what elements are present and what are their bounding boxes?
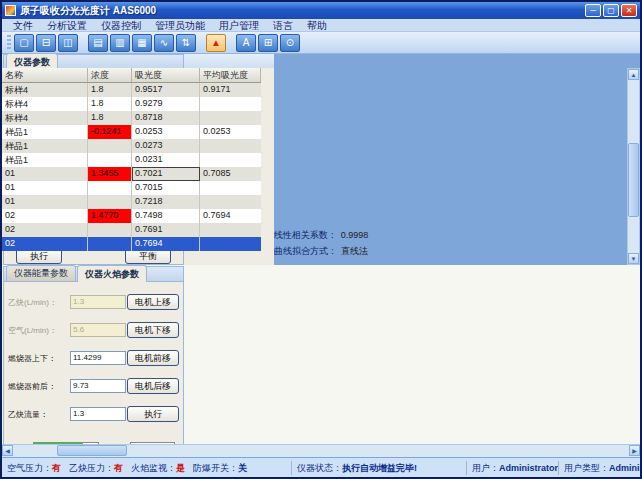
table-cell-abs[interactable]: 0.0253: [132, 125, 200, 139]
lamp-setup-button[interactable]: ▤: [88, 34, 108, 52]
monochromator-button[interactable]: ▦: [132, 34, 152, 52]
motor-down-button[interactable]: 电机下移: [127, 322, 179, 338]
table-row[interactable]: 021.47700.74980.7694: [2, 209, 261, 223]
table-row[interactable]: 样品1-0.12410.02530.0253: [2, 125, 261, 139]
table-cell-abs[interactable]: 0.7498: [132, 209, 200, 223]
column-header-concentration[interactable]: 浓度: [88, 68, 132, 82]
save-icon: ◫: [63, 37, 72, 48]
tab-flame-params[interactable]: 仪器火焰参数: [77, 265, 147, 282]
table-cell-abs[interactable]: 0.7015: [132, 181, 200, 195]
table-cell-avg[interactable]: [200, 111, 261, 125]
table-cell-conc[interactable]: [88, 139, 132, 153]
burner-fb-input[interactable]: 9.73: [70, 379, 126, 393]
table-row[interactable]: 标样41.80.8718: [2, 111, 261, 125]
table-row[interactable]: 样品10.0273: [2, 139, 261, 153]
burner-ud-input[interactable]: 11.4299: [70, 351, 126, 365]
menu-item-1[interactable]: 分析设置: [40, 19, 94, 32]
table-cell-name[interactable]: 标样4: [2, 111, 88, 125]
menu-item-2[interactable]: 仪器控制: [94, 19, 148, 32]
table-cell-avg[interactable]: [200, 195, 261, 209]
auto-gain-button[interactable]: ⇅: [176, 34, 196, 52]
flame-ignite-button[interactable]: ▲: [206, 34, 226, 52]
table-cell-name[interactable]: 标样4: [2, 83, 88, 97]
column-header-name[interactable]: 名称: [2, 68, 88, 82]
table-cell-avg[interactable]: [200, 97, 261, 111]
power-button[interactable]: ⊙: [280, 34, 300, 52]
table-cell-abs[interactable]: 0.8718: [132, 111, 200, 125]
acetylene-flow-input[interactable]: 1.3: [70, 407, 126, 421]
close-button[interactable]: ✕: [621, 4, 637, 17]
table-cell-abs[interactable]: 0.0231: [132, 153, 200, 167]
air-input[interactable]: 5.6: [70, 323, 126, 337]
table-cell-name[interactable]: 样品1: [2, 139, 88, 153]
menu-item-4[interactable]: 用户管理: [212, 19, 266, 32]
table-cell-avg[interactable]: 0.0253: [200, 125, 261, 139]
table-row[interactable]: 标样41.80.9279: [2, 97, 261, 111]
acetylene-label: 乙炔(L/min)：: [8, 297, 70, 308]
table-row[interactable]: 样品10.0231: [2, 153, 261, 167]
table-cell-avg[interactable]: 0.7085: [200, 167, 261, 181]
menu-item-0[interactable]: 文件: [6, 19, 40, 32]
table-cell-abs[interactable]: 0.9517: [132, 83, 200, 97]
table-cell-conc[interactable]: 1.3455: [88, 167, 132, 181]
align-tool-button[interactable]: A: [236, 34, 256, 52]
table-cell-conc[interactable]: 1.8: [88, 97, 132, 111]
table-cell-name[interactable]: 02: [2, 209, 88, 223]
table-cell-avg[interactable]: 0.7694: [200, 209, 261, 223]
column-header-avg-absorbance[interactable]: 平均吸光度: [200, 68, 261, 82]
table-cell-conc[interactable]: [88, 181, 132, 195]
flame-execute-button[interactable]: 执行: [127, 406, 179, 422]
tab-energy-params[interactable]: 仪器能量参数: [6, 265, 76, 281]
window-title: 原子吸收分光光度计 AAS6000: [20, 4, 585, 18]
auto-gain-icon: ⇅: [182, 37, 190, 48]
table-cell-avg[interactable]: [200, 153, 261, 167]
save-button[interactable]: ◫: [58, 34, 78, 52]
table-cell-abs[interactable]: 0.7218: [132, 195, 200, 209]
table-row[interactable]: 010.7218: [2, 195, 261, 209]
energy-setup-button[interactable]: ▥: [110, 34, 130, 52]
motor-back-button[interactable]: 电机后移: [127, 378, 179, 394]
table-row[interactable]: 010.7015: [2, 181, 261, 195]
new-file-button[interactable]: ▢: [14, 34, 34, 52]
burner-control-button[interactable]: ⊞: [258, 34, 278, 52]
menu-item-3[interactable]: 管理员功能: [148, 19, 212, 32]
table-cell-conc[interactable]: 1.8: [88, 111, 132, 125]
menu-item-6[interactable]: 帮助: [300, 19, 334, 32]
table-cell-avg[interactable]: 0.9171: [200, 83, 261, 97]
table-cell-abs[interactable]: 0.7021: [132, 167, 200, 181]
table-cell-conc[interactable]: 1.4770: [88, 209, 132, 223]
table-cell-conc[interactable]: -0.1241: [88, 125, 132, 139]
table-row[interactable]: 011.34550.70210.7085: [2, 167, 261, 181]
table-cell-name[interactable]: 01: [2, 181, 88, 195]
table-cell-avg[interactable]: [200, 139, 261, 153]
maximize-button[interactable]: ▢: [603, 4, 619, 17]
scroll-right-icon[interactable]: [629, 445, 640, 456]
table-cell-conc[interactable]: [88, 195, 132, 209]
table-cell-name[interactable]: 标样4: [2, 97, 88, 111]
table-cell-conc[interactable]: [88, 153, 132, 167]
scroll-up-icon[interactable]: [628, 69, 639, 80]
minimize-button[interactable]: ─: [585, 4, 601, 17]
motor-up-button[interactable]: 电机上移: [127, 294, 179, 310]
table-cell-avg[interactable]: [200, 181, 261, 195]
wavelength-scan-button[interactable]: ∿: [154, 34, 174, 52]
table-cell-name[interactable]: 01: [2, 195, 88, 209]
column-header-absorbance[interactable]: 吸光度: [132, 68, 200, 82]
open-file-button[interactable]: ⊟: [36, 34, 56, 52]
table-cell-abs[interactable]: 0.9279: [132, 97, 200, 111]
toolbar-gripper: [7, 35, 11, 51]
table-cell-conc[interactable]: 1.8: [88, 83, 132, 97]
table-cell-abs[interactable]: 0.0273: [132, 139, 200, 153]
menu-item-5[interactable]: 语言: [266, 19, 300, 32]
scrollbar-thumb[interactable]: [628, 143, 639, 217]
motor-forward-button[interactable]: 电机前移: [127, 350, 179, 366]
scrollbar-thumb[interactable]: [57, 445, 127, 456]
table-row[interactable]: 标样41.80.95170.9171: [2, 83, 261, 97]
acetylene-input[interactable]: 1.3: [70, 295, 126, 309]
table-cell-name[interactable]: 样品1: [2, 125, 88, 139]
scroll-left-icon[interactable]: [2, 445, 13, 456]
chart-horizontal-scrollbar[interactable]: [2, 444, 640, 457]
power-icon: ⊙: [286, 37, 294, 48]
table-cell-name[interactable]: 样品1: [2, 153, 88, 167]
table-cell-name[interactable]: 01: [2, 167, 88, 181]
